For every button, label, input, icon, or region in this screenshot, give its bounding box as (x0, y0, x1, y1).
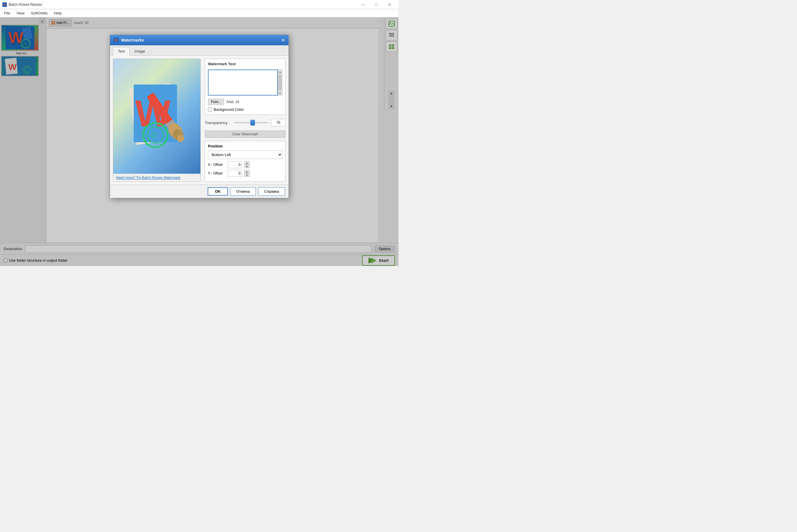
y-offset-row: Y - Offset ▲ ▼ (208, 170, 283, 177)
dialog-title-left: W Watermarks (113, 38, 144, 43)
y-offset-down[interactable]: ▼ (244, 173, 250, 177)
dialog-icon: W (113, 38, 119, 43)
font-value: Arial, 14 (227, 100, 239, 104)
preview-image: W © (113, 59, 200, 174)
tab-image[interactable]: Image (130, 47, 150, 55)
promo-link[interactable]: Need more? Try Batch Picture Watermark (113, 174, 200, 182)
bg-color-row: Background Color (208, 107, 283, 112)
position-dropdown[interactable]: Top Left Top Center Top Right Bottom Lef… (208, 151, 283, 159)
x-offset-down[interactable]: ▼ (244, 165, 250, 168)
watermark-text-section: Watermark Text ▲ ▼ (205, 59, 286, 115)
title-bar-left: W Batch Picture Resizer (2, 2, 42, 7)
x-offset-spinner: ▲ ▼ (244, 161, 250, 168)
menu-file[interactable]: File (1, 10, 13, 16)
watermark-preview-svg: W © (116, 76, 197, 157)
transparency-row: Transparency 70 (205, 118, 286, 128)
position-title: Position (208, 144, 283, 148)
text-scrollbar[interactable]: ▲ ▼ (278, 70, 283, 95)
app-icon: W (2, 2, 7, 7)
svg-text:©: © (150, 130, 157, 141)
y-offset-label: Y - Offset (208, 171, 225, 175)
menu-bar: File View SoftOrbits Help (0, 9, 399, 17)
x-offset-row: X - Offset ▲ ▼ (208, 161, 283, 168)
watermark-text-input[interactable] (208, 70, 278, 95)
x-offset-up[interactable]: ▲ (244, 161, 250, 165)
app-window: W Batch Picture Resizer — □ ✕ File View … (0, 0, 399, 266)
title-bar: W Batch Picture Resizer — □ ✕ (0, 0, 399, 9)
minimize-button[interactable]: — (356, 0, 369, 9)
transparency-label: Transparency (205, 120, 231, 125)
svg-text:W: W (114, 38, 118, 42)
menu-softorbits[interactable]: SoftOrbits (28, 10, 51, 16)
dialog-title-bar: W Watermarks ✕ (110, 35, 289, 45)
text-area-wrapper: ▲ ▼ (208, 70, 283, 96)
svg-text:W: W (3, 3, 6, 6)
help-button[interactable]: Справка (258, 187, 285, 196)
dialog-title: Watermarks (121, 38, 144, 42)
clear-watermark-button[interactable]: Clear Watermark (205, 130, 286, 138)
position-section: Position Top Left Top Center Top Right B… (205, 141, 286, 182)
text-scroll-thumb[interactable] (278, 74, 282, 91)
dialog-body: W © (110, 56, 289, 185)
title-bar-controls: — □ ✕ (356, 0, 396, 9)
dialog-tabs: Text Image (110, 45, 289, 56)
font-row: Font... Arial, 14 (208, 99, 283, 105)
app-body: ▲ W © bpp.ico (0, 17, 399, 266)
text-scroll-down[interactable]: ▼ (278, 91, 283, 95)
position-dropdown-wrapper: Top Left Top Center Top Right Bottom Lef… (208, 151, 283, 159)
y-offset-input[interactable] (228, 170, 242, 177)
app-title: Batch Picture Resizer (9, 3, 42, 7)
y-offset-up[interactable]: ▲ (244, 170, 250, 173)
y-offset-spinner: ▲ ▼ (244, 170, 250, 177)
dialog-footer: OK Отмена Справка (110, 185, 289, 198)
x-offset-label: X - Offset (208, 163, 225, 167)
watermark-text-label: Watermark Text (208, 62, 283, 66)
app-close-button[interactable]: ✕ (383, 0, 396, 9)
transparency-slider-container (234, 120, 268, 126)
watermark-panel: Watermark Text ▲ ▼ (205, 59, 286, 182)
cancel-button[interactable]: Отмена (230, 187, 256, 196)
transparency-value: 70 (271, 119, 286, 126)
x-offset-input[interactable] (228, 161, 242, 168)
menu-help[interactable]: Help (51, 10, 65, 16)
font-button[interactable]: Font... (208, 99, 224, 105)
text-scroll-up[interactable]: ▲ (278, 70, 283, 74)
modal-overlay: W Watermarks ✕ Text Image (0, 17, 399, 266)
bg-color-label: Background Color (214, 107, 244, 112)
watermarks-dialog: W Watermarks ✕ Text Image (110, 35, 289, 198)
dialog-close-button[interactable]: ✕ (280, 37, 286, 43)
ok-button[interactable]: OK (207, 187, 228, 196)
tab-text[interactable]: Text (113, 47, 130, 56)
menu-view[interactable]: View (14, 10, 28, 16)
maximize-button[interactable]: □ (369, 0, 383, 9)
bg-color-checkbox[interactable] (208, 108, 212, 112)
preview-pane: W © (113, 59, 201, 182)
